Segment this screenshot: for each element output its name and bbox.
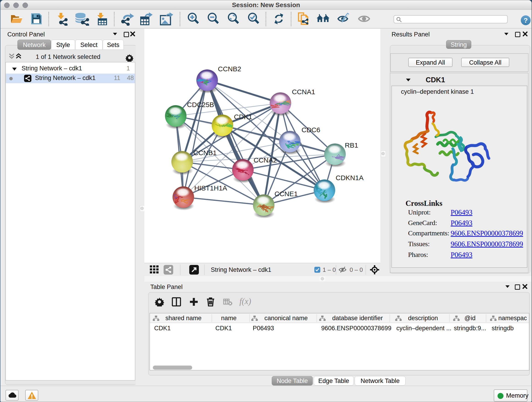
svg-text:CCNB2: CCNB2 <box>218 65 241 73</box>
svg-text:RB1: RB1 <box>345 141 358 149</box>
svg-text:CDKN1A: CDKN1A <box>336 174 364 182</box>
svg-text:CCNA2: CCNA2 <box>254 156 277 164</box>
svg-text:CCNA1: CCNA1 <box>292 88 315 96</box>
svg-text:CCNB1: CCNB1 <box>193 149 217 157</box>
svg-text:CCNE1: CCNE1 <box>274 190 298 198</box>
svg-text:CDC6: CDC6 <box>302 126 320 134</box>
svg-text:HIST1H1A: HIST1H1A <box>194 184 227 192</box>
svg-text:CDC25B: CDC25B <box>187 101 214 108</box>
svg-text:CDK1: CDK1 <box>234 113 252 121</box>
